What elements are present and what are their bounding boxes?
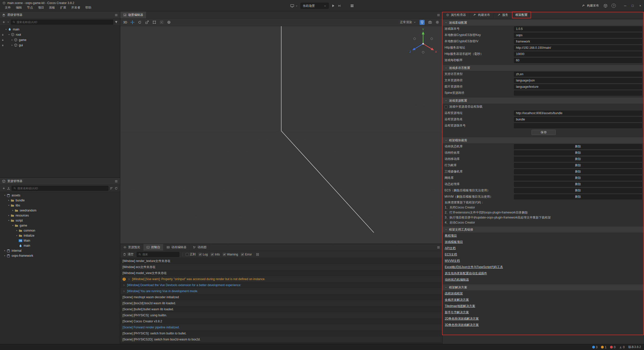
expand-arrow[interactable] bbox=[11, 224, 14, 227]
tab-框架配置[interactable]: 框架配置 bbox=[512, 12, 531, 18]
save-button[interactable]: 保存 bbox=[532, 130, 556, 135]
scene-viewport[interactable]: Y X Z bbox=[120, 26, 442, 244]
delete-module-button[interactable]: 删除 bbox=[514, 169, 642, 174]
field-input-远程资源版本号[interactable] bbox=[514, 123, 642, 128]
filter-Error[interactable]: Error bbox=[241, 253, 252, 256]
delete-module-button[interactable]: 删除 bbox=[514, 157, 642, 162]
log-row[interactable]: [Window] Download the Vue Devtools exten… bbox=[120, 282, 442, 288]
tree-node-assets[interactable]: assets bbox=[0, 193, 120, 198]
link-新手引导解决方案[interactable]: 新手引导解决方案 bbox=[445, 310, 469, 315]
delete-module-button[interactable]: 删除 bbox=[514, 194, 642, 199]
menu-编辑[interactable]: 编辑 bbox=[14, 5, 24, 10]
assets-sort-icon[interactable] bbox=[110, 187, 113, 190]
field-input-游戏每秒帧率[interactable] bbox=[514, 58, 642, 63]
warning-count[interactable]: 1 bbox=[601, 345, 607, 349]
tree-node-main[interactable]: main bbox=[0, 243, 120, 248]
add-node-button[interactable] bbox=[2, 20, 6, 24]
link-3D角色扮演游戏解决方案[interactable]: 3D角色扮演游戏解决方案 bbox=[445, 323, 479, 327]
expand-arrow[interactable] bbox=[10, 39, 14, 41]
collapse-logs-icon[interactable] bbox=[256, 253, 259, 256]
field-input-支持语言类型[interactable] bbox=[514, 72, 642, 77]
expand-arrow[interactable] bbox=[15, 229, 18, 232]
hierarchy-filter-icon[interactable] bbox=[114, 20, 118, 24]
field-input-游戏版本号[interactable] bbox=[514, 26, 642, 31]
checkbox-icon[interactable] bbox=[223, 253, 226, 256]
delete-module-button[interactable]: 删除 bbox=[514, 188, 642, 193]
orientation-gizmo[interactable]: Y X Z bbox=[408, 28, 438, 58]
add-asset-button[interactable] bbox=[2, 187, 6, 190]
checkbox-icon[interactable] bbox=[241, 253, 244, 256]
field-input-Http服务器请求超时（毫秒）[interactable] bbox=[514, 52, 642, 57]
link-ECS文档[interactable]: ECS文档 bbox=[445, 252, 457, 257]
regex-checkbox[interactable] bbox=[186, 253, 189, 256]
expand-arrow[interactable] bbox=[7, 199, 10, 202]
delete-module-button[interactable]: 删除 bbox=[514, 150, 642, 155]
scene-menu-icon[interactable] bbox=[437, 13, 440, 17]
console-search-input[interactable] bbox=[142, 253, 178, 256]
move-tool-icon[interactable] bbox=[131, 20, 134, 24]
tree-node-gui[interactable]: gui bbox=[0, 42, 120, 48]
expand-arrow[interactable] bbox=[4, 28, 8, 31]
tree-node-bundle[interactable]: bundle bbox=[0, 198, 120, 203]
menu-帮助[interactable]: 帮助 bbox=[83, 5, 94, 10]
link-动画状态机编辑器[interactable]: 动画状态机编辑器 bbox=[445, 278, 469, 282]
menu-项目[interactable]: 项目 bbox=[36, 5, 46, 10]
link-2D角色扮演游戏解决方案[interactable]: 2D角色扮演游戏解决方案 bbox=[445, 317, 479, 321]
expand-arrow[interactable] bbox=[3, 194, 6, 197]
tree-node-internal[interactable]: internal bbox=[0, 248, 120, 253]
field-input-远程资源地址[interactable] bbox=[514, 111, 642, 116]
help-button[interactable]: ? bbox=[612, 4, 616, 8]
import-asset-icon[interactable] bbox=[7, 187, 10, 190]
console-menu-icon[interactable] bbox=[437, 246, 440, 249]
expand-arrow[interactable] bbox=[3, 249, 6, 252]
link-原生包热更新配置自动生成插件[interactable]: 原生包热更新配置自动生成插件 bbox=[445, 271, 487, 276]
assets-menu-icon[interactable] bbox=[114, 180, 118, 183]
section-header-游戏基础配置[interactable]: 游戏基础配置 bbox=[442, 20, 644, 26]
section-header-框架模块裁剪[interactable]: 框架模块裁剪 bbox=[442, 137, 644, 143]
preview-device-button[interactable] bbox=[290, 4, 298, 8]
menu-文件[interactable]: 文件 bbox=[3, 5, 13, 10]
checkbox-icon[interactable] bbox=[211, 253, 214, 256]
expand-arrow[interactable] bbox=[15, 234, 18, 237]
link-教程项目[interactable]: 教程项目 bbox=[445, 234, 457, 238]
log-expand-icon[interactable] bbox=[123, 284, 125, 287]
log-row[interactable]: [Window] You are running Vue in developm… bbox=[120, 288, 442, 294]
delete-module-button[interactable]: 删除 bbox=[514, 163, 642, 168]
tab-资源预览[interactable]: 资源预览 bbox=[120, 244, 143, 251]
menu-面板[interactable]: 面板 bbox=[47, 5, 57, 10]
rotate-tool-icon[interactable] bbox=[138, 20, 142, 24]
section-header-游戏资源配置[interactable]: 游戏资源配置 bbox=[442, 98, 644, 104]
delete-module-button[interactable]: 删除 bbox=[514, 144, 642, 149]
section-header-游戏多语言配置[interactable]: 游戏多语言配置 bbox=[442, 65, 644, 71]
info-count[interactable]: 3 bbox=[592, 345, 598, 349]
log-expand-icon[interactable] bbox=[128, 278, 130, 281]
field-input-本地数据CryptoES加密IV[interactable] bbox=[514, 39, 642, 44]
expand-arrow[interactable] bbox=[3, 254, 6, 257]
tree-node-Main[interactable]: TSMain bbox=[0, 238, 120, 243]
build-publish-button[interactable]: 构建发布 bbox=[582, 4, 599, 8]
close-button[interactable]: × bbox=[636, 0, 644, 12]
field-input-图片资源路径[interactable] bbox=[514, 84, 642, 89]
extension-store-button[interactable] bbox=[603, 4, 608, 8]
play-button[interactable] bbox=[331, 4, 335, 8]
section-header-框架文档工具链接[interactable]: 框架文档工具链接 bbox=[442, 227, 644, 233]
error-count[interactable]: 0 bbox=[610, 345, 616, 349]
tab-scene-editor[interactable]: 场景编辑器 bbox=[120, 12, 146, 18]
hierarchy-search-input[interactable] bbox=[17, 21, 111, 24]
delete-module-button[interactable]: 删除 bbox=[514, 182, 642, 187]
regex-toggle[interactable]: 正则 bbox=[186, 252, 196, 256]
tab-服务[interactable]: 服务 bbox=[494, 12, 512, 18]
link-Tiledmap地图解决方案[interactable]: Tiledmap地图解决方案 bbox=[445, 304, 475, 308]
tree-node-root[interactable]: root bbox=[0, 32, 120, 37]
tab-控制台[interactable]: 控制台 bbox=[143, 244, 164, 251]
filter-Info[interactable]: Info bbox=[211, 253, 220, 256]
layout-button[interactable] bbox=[350, 4, 354, 8]
link-MVVM文档[interactable]: MVVM文档 bbox=[445, 259, 460, 263]
minimize-button[interactable]: ─ bbox=[621, 0, 629, 12]
tab-构建发布[interactable]: 构建发布 bbox=[470, 12, 494, 18]
tree-node-oops-framework[interactable]: oops-framework bbox=[0, 253, 120, 258]
tree-node-script[interactable]: script bbox=[0, 218, 120, 223]
menu-节点[interactable]: 节点 bbox=[25, 5, 35, 10]
filter-Warning[interactable]: Warning bbox=[223, 253, 238, 256]
tab-属性检查器[interactable]: 属性检查器 bbox=[442, 12, 470, 18]
